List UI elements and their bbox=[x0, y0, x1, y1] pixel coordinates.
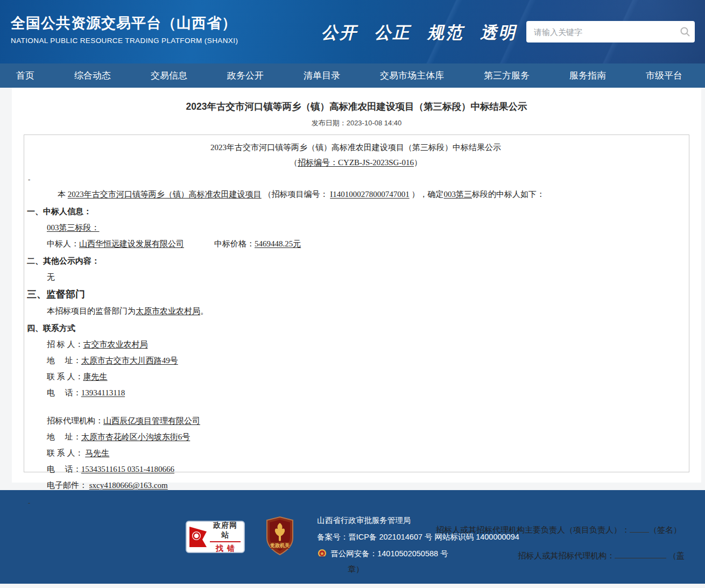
contact-label: 电 话： bbox=[47, 465, 81, 473]
section-4-heading: 四、联系方式 bbox=[27, 323, 685, 334]
tenderer-name: 古交市农业农村局 bbox=[83, 340, 148, 349]
nav-item-third-party[interactable]: 第三方服务 bbox=[484, 63, 530, 88]
party-gov-agency-badge[interactable]: 党政机关 bbox=[265, 516, 294, 557]
intro-text: （招标项目编号： bbox=[262, 190, 330, 199]
site-slogan: 公开 公正 规范 透明 bbox=[321, 22, 531, 44]
signature-blank-line bbox=[630, 526, 649, 533]
supervision-suffix: 。 bbox=[200, 307, 208, 315]
price-label: 中标价格： bbox=[214, 239, 255, 248]
nav-item-gov-disclosure[interactable]: 政务公开 bbox=[227, 63, 264, 88]
nav-item-market-entities[interactable]: 交易市场主体库 bbox=[380, 63, 444, 88]
contact-label: 地 址： bbox=[47, 356, 81, 365]
supervision-authority: 太原市农业农村局 bbox=[136, 307, 200, 315]
agency-name: 山西辰亿项目管理有限公司 bbox=[103, 416, 200, 425]
signature-text: （签名） bbox=[649, 526, 681, 534]
search-icon[interactable] bbox=[675, 21, 695, 42]
agency-contact-line: 联 系 人： 马先生 bbox=[47, 448, 685, 459]
footer-org: 山西省行政审批服务管理局 bbox=[317, 512, 519, 529]
search-box bbox=[526, 21, 695, 42]
error-report-magnifier-icon bbox=[188, 525, 210, 549]
section-3-heading: 三、监督部门 bbox=[27, 288, 685, 301]
search-input[interactable] bbox=[526, 21, 675, 42]
footer-security: 晋公网安备：14010502050588 号 bbox=[330, 546, 448, 562]
footer-icp: 备案号：晋ICP备 2021014607 号 网站标识码 1400000094 bbox=[317, 529, 519, 546]
agency-email-line: 电子邮件： sxcy4180666@163.com bbox=[47, 480, 685, 491]
gov-logo-line1: 政府网站 bbox=[210, 521, 241, 542]
section-2-heading: 二、其他公示内容： bbox=[27, 256, 685, 267]
tender-number-line: （招标编号：CYZB-JS-2023SG-016） bbox=[27, 158, 685, 168]
dash-mark-top: - bbox=[28, 175, 685, 184]
supervision-prefix: 本招标项目的监督部门为 bbox=[47, 307, 136, 315]
agency-phone-line: 电 话：15343511615 0351-4180666 bbox=[47, 464, 685, 475]
main-nav: 首页 综合动态 交易信息 政务公开 清单目录 交易市场主体库 第三方服务 服务指… bbox=[0, 63, 705, 88]
contact-label: 电 话： bbox=[47, 388, 81, 397]
slogan-word-open: 公开 bbox=[321, 23, 358, 42]
nav-item-home[interactable]: 首页 bbox=[16, 63, 34, 88]
signature-text: 招标人或其招标代理机构： bbox=[518, 551, 615, 560]
agency-name-line: 招标代理机构：山西辰亿项目管理有限公司 bbox=[47, 415, 685, 427]
agency-contact-person: 马先生 bbox=[85, 449, 109, 457]
site-header: 全国公共资源交易平台（山西省） NATIONAL PUBLIC RESOURCE… bbox=[0, 0, 705, 63]
agency-address: 太原市杏花岭区小沟坡东街6号 bbox=[81, 433, 191, 441]
bid-section-number: 003第三 bbox=[444, 190, 473, 199]
tenderer-address-line: 地 址：太原市古交市大川西路49号 bbox=[47, 355, 685, 366]
slogan-word-standard: 规范 bbox=[427, 23, 464, 42]
nav-item-city-platform[interactable]: 市级平台 bbox=[646, 63, 682, 88]
tender-number-close: ） bbox=[414, 158, 422, 167]
nav-item-service-guide[interactable]: 服务指南 bbox=[569, 63, 606, 88]
police-badge-icon bbox=[317, 549, 327, 559]
site-title: 全国公共资源交易平台（山西省） bbox=[11, 13, 238, 33]
gov-logo-text: 政府网站 找错 bbox=[210, 521, 241, 554]
intro-text: 本 bbox=[58, 190, 68, 199]
content-panel: 2023年古交市河口镇等两乡（镇）高标准农田建设项目（第三标段）中标结果公示 发… bbox=[12, 88, 701, 483]
tenderer-address: 太原市古交市大川西路49号 bbox=[81, 356, 178, 365]
tenderer-contact-line: 联 系 人：康先生 bbox=[47, 371, 685, 382]
tender-number-open: （ bbox=[290, 158, 298, 167]
main-area: 2023年古交市河口镇等两乡（镇）高标准农田建设项目（第三标段）中标结果公示 发… bbox=[0, 88, 705, 490]
agency-address-line: 地 址：太原市杏花岭区小沟坡东街6号 bbox=[47, 431, 685, 443]
doc-title: 2023年古交市河口镇等两乡（镇）高标准农田建设项目（第三标段）中标结果公示 bbox=[27, 143, 685, 153]
contact-label: 联 系 人： bbox=[47, 449, 83, 457]
publish-date: 发布日期：2023-10-08 14:40 bbox=[12, 118, 701, 128]
seal-blank-line bbox=[615, 551, 666, 558]
agency-phone: 15343511615 0351-4180666 bbox=[81, 465, 174, 473]
bottom-strip bbox=[0, 584, 705, 588]
project-name: 2023年古交市河口镇等两乡（镇）高标准农田建设项目 bbox=[68, 190, 262, 199]
winner-label: 中标人： bbox=[47, 239, 79, 248]
tenderer-phone-line: 电 话：13934113118 bbox=[47, 387, 685, 399]
gov-logo-line2: 找错 bbox=[210, 544, 241, 554]
site-brand: 全国公共资源交易平台（山西省） NATIONAL PUBLIC RESOURCE… bbox=[11, 13, 238, 45]
slogan-word-transparent: 透明 bbox=[480, 23, 517, 42]
nav-item-news[interactable]: 综合动态 bbox=[74, 63, 111, 88]
supervision-line: 本招标项目的监督部门为太原市农业农村局。 bbox=[47, 306, 685, 317]
spacer bbox=[27, 399, 685, 410]
contact-label: 招 标 人： bbox=[47, 340, 83, 349]
page-title: 2023年古交市河口镇等两乡（镇）高标准农田建设项目（第三标段）中标结果公示 bbox=[12, 88, 701, 113]
slogan-word-fair: 公正 bbox=[374, 23, 411, 42]
bid-section-label: 003第三标段： bbox=[47, 222, 685, 233]
site-subtitle: NATIONAL PUBLIC RESOURCE TRADING PLATFOR… bbox=[11, 37, 238, 45]
winner-name: 山西华恒远建设发展有限公司 bbox=[79, 239, 184, 248]
tenderer-phone: 13934113118 bbox=[81, 388, 125, 397]
intro-text: 标段的中标人如下： bbox=[472, 190, 545, 199]
agency-email: sxcy4180666@163.com bbox=[89, 481, 168, 490]
announcement-document: 2023年古交市河口镇等两乡（镇）高标准农田建设项目（第三标段）中标结果公示 （… bbox=[24, 134, 689, 472]
signature-text: （盖 bbox=[668, 551, 685, 560]
nav-item-trade-info[interactable]: 交易信息 bbox=[151, 63, 187, 88]
footer-security-row: 晋公网安备：14010502050588 号 bbox=[317, 546, 519, 562]
intro-paragraph: 本 2023年古交市河口镇等两乡（镇）高标准农田建设项目 （招标项目编号： I1… bbox=[27, 189, 685, 200]
contact-label: 招标代理机构： bbox=[47, 416, 103, 425]
price-value: 5469448.25元 bbox=[255, 239, 301, 248]
intro-text: ），确定 bbox=[410, 190, 444, 199]
winner-line: 中标人：山西华恒远建设发展有限公司中标价格：5469448.25元 bbox=[47, 238, 685, 250]
gov-site-error-report-link[interactable]: 政府网站 找错 bbox=[186, 521, 245, 553]
contact-label: 地 址： bbox=[47, 433, 81, 441]
project-code: I1401000278000747001 bbox=[330, 190, 410, 199]
footer-text-block: 山西省行政审批服务管理局 备案号：晋ICP备 2021014607 号 网站标识… bbox=[317, 512, 519, 562]
nav-item-catalog[interactable]: 清单目录 bbox=[304, 63, 340, 88]
tenderer-name-line: 招 标 人：古交市农业农村局 bbox=[47, 339, 685, 350]
tender-number: 招标编号：CYZB-JS-2023SG-016 bbox=[298, 158, 414, 167]
contact-label: 联 系 人： bbox=[47, 372, 83, 381]
contact-label: 电子邮件： bbox=[47, 481, 87, 490]
tenderer-contact-person: 康先生 bbox=[83, 372, 108, 381]
